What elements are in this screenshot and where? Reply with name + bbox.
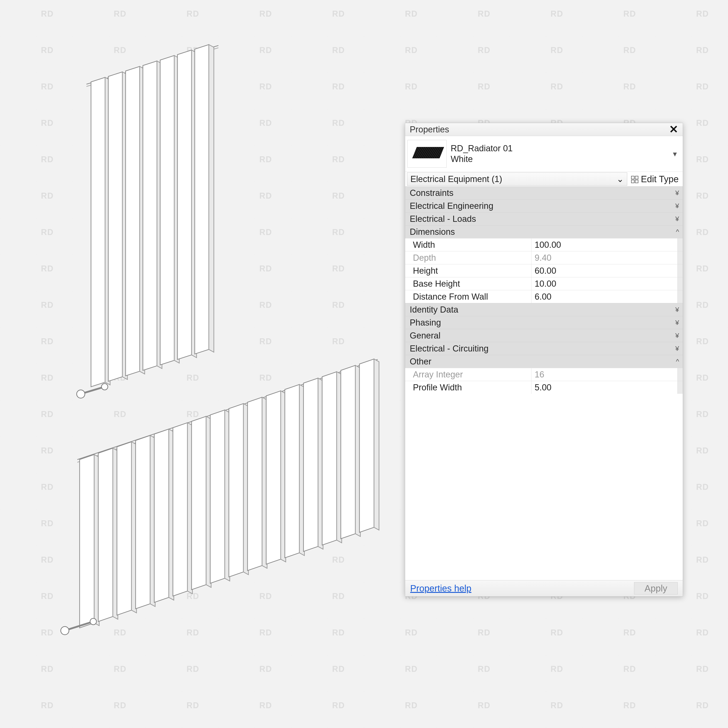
param-profile-width[interactable]: Profile Width 5.00 <box>405 381 683 394</box>
group-header-general[interactable]: General¥ <box>405 329 683 342</box>
svg-point-8 <box>61 627 69 635</box>
type-selector[interactable]: RD_Radiator 01 White ▾ <box>405 136 683 172</box>
chevron-down-icon[interactable]: ▾ <box>671 149 679 158</box>
panel-titlebar: Properties ✕ <box>405 123 683 136</box>
param-array-integer: Array Integer 16 <box>405 368 683 381</box>
properties-help-link[interactable]: Properties help <box>410 583 471 593</box>
instance-row: Electrical Equipment (1) ⌄ Edit Type <box>405 172 683 186</box>
param-height-value[interactable]: 60.00 <box>531 265 678 277</box>
param-distance-from-wall[interactable]: Distance From Wall 6.00 <box>405 290 683 303</box>
expand-icon: ¥ <box>675 215 679 223</box>
group-header-identity-data[interactable]: Identity Data¥ <box>405 303 683 316</box>
radiator-illustration-wide <box>46 318 401 655</box>
param-height[interactable]: Height 60.00 <box>405 264 683 277</box>
properties-panel: Properties ✕ RD_Radiator 01 White ▾ Elec… <box>405 123 683 596</box>
panel-footer: Properties help Apply <box>405 580 683 596</box>
param-width-value[interactable]: 100.00 <box>531 239 678 251</box>
group-header-electrical-engineering[interactable]: Electrical Engineering¥ <box>405 199 683 212</box>
chevron-down-icon: ⌄ <box>616 174 624 184</box>
svg-rect-13 <box>635 180 638 183</box>
category-filter-label: Electrical Equipment (1) <box>410 174 502 184</box>
svg-point-9 <box>90 618 96 625</box>
radiator-thumb-icon <box>410 145 444 163</box>
svg-rect-10 <box>631 176 634 179</box>
group-header-electrical-circuiting[interactable]: Electrical - Circuiting¥ <box>405 342 683 355</box>
param-depth: Depth 9.40 <box>405 251 683 264</box>
edit-type-button[interactable]: Edit Type <box>629 174 683 184</box>
apply-button[interactable]: Apply <box>634 582 678 595</box>
edit-type-icon <box>631 175 639 183</box>
collapse-icon: ^ <box>676 358 679 366</box>
collapse-icon: ^ <box>676 228 679 236</box>
expand-icon: ¥ <box>675 319 679 326</box>
expand-icon: ¥ <box>675 345 679 352</box>
param-profile-width-value[interactable]: 5.00 <box>531 381 678 394</box>
param-base-height[interactable]: Base Height 10.00 <box>405 277 683 290</box>
type-thumbnail <box>407 140 447 168</box>
family-name: RD_Radiator 01 <box>451 144 667 153</box>
type-name: White <box>451 154 667 164</box>
param-distance-from-wall-value[interactable]: 6.00 <box>531 290 678 303</box>
edit-type-label: Edit Type <box>641 174 679 184</box>
svg-rect-11 <box>635 176 638 179</box>
group-header-phasing[interactable]: Phasing¥ <box>405 316 683 329</box>
group-header-dimensions[interactable]: Dimensions^ <box>405 225 683 238</box>
param-array-integer-value: 16 <box>531 368 678 381</box>
param-depth-value: 9.40 <box>531 251 678 264</box>
group-header-other[interactable]: Other^ <box>405 355 683 368</box>
group-header-electrical-loads[interactable]: Electrical - Loads¥ <box>405 212 683 225</box>
expand-icon: ¥ <box>675 306 679 314</box>
panel-title: Properties <box>410 125 449 135</box>
param-base-height-value[interactable]: 10.00 <box>531 277 678 290</box>
param-width[interactable]: Width 100.00 <box>405 238 683 251</box>
expand-icon: ¥ <box>675 332 679 340</box>
close-icon[interactable]: ✕ <box>667 124 680 135</box>
group-header-constraints[interactable]: Constraints¥ <box>405 186 683 199</box>
expand-icon: ¥ <box>675 189 679 197</box>
app-stage: RDRDRDRDRDRDRDRDRDRDRDRDRDRDRDRDRDRDRDRD… <box>0 0 728 728</box>
category-filter-select[interactable]: Electrical Equipment (1) ⌄ <box>407 173 627 186</box>
type-names: RD_Radiator 01 White <box>451 144 667 164</box>
expand-icon: ¥ <box>675 202 679 210</box>
svg-rect-12 <box>631 180 634 183</box>
